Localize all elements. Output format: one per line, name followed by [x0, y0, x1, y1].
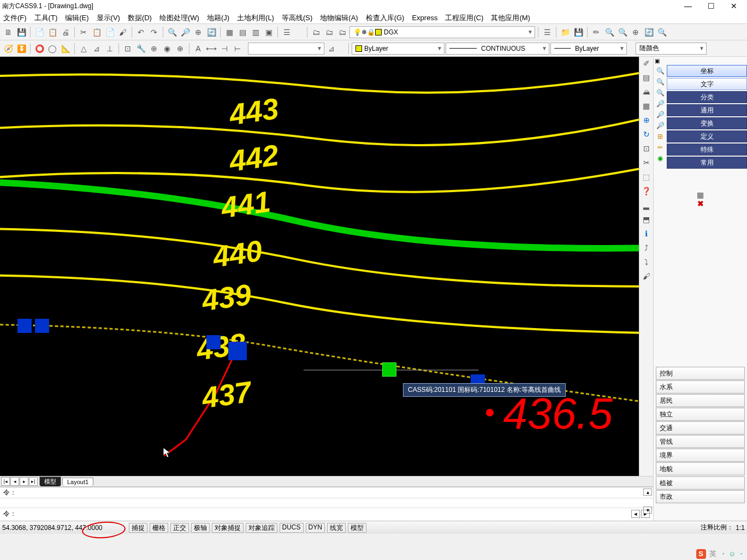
menu-view[interactable]: 显示(V)	[97, 13, 120, 23]
menu-data[interactable]: 数据(D)	[128, 13, 152, 23]
list2-icon[interactable]: ▤	[642, 73, 651, 83]
collapse-icon[interactable]: ▣	[654, 57, 661, 65]
snap-toggle[interactable]: 捕捉	[129, 523, 147, 533]
tool-c-icon[interactable]: 💾	[572, 26, 584, 38]
dyn-toggle[interactable]: DYN	[306, 523, 325, 533]
undo-icon[interactable]: ↶	[135, 26, 147, 38]
plot-color-dropdown[interactable]: 随颜色▼	[636, 43, 707, 55]
zoom-extents-icon[interactable]: 🔄	[205, 26, 217, 38]
dim-l-icon[interactable]: ⊣	[218, 43, 230, 55]
list-boundary[interactable]: 境界	[656, 449, 745, 462]
terrain-icon[interactable]: ⛰	[642, 87, 651, 97]
style-btn-icon[interactable]: ⊿	[325, 43, 337, 55]
save-icon[interactable]: 💾	[15, 26, 27, 38]
circle1-icon[interactable]: ⭕	[33, 43, 45, 55]
otrack-toggle[interactable]: 对象追踪	[246, 523, 277, 533]
perp-icon[interactable]: ⊥	[104, 43, 116, 55]
command-area[interactable]: 令： 令： ◂ ▸ ▴ ▾	[0, 487, 653, 521]
panel-tab-common[interactable]: 通用	[667, 104, 747, 116]
grip-point[interactable]	[35, 319, 49, 333]
rp-edit-icon[interactable]: ✏	[657, 144, 663, 151]
rp-zoom3-icon[interactable]: 🔍	[656, 89, 665, 97]
menu-contour[interactable]: 等高线(S)	[282, 13, 312, 23]
tri1-icon[interactable]: △	[78, 43, 90, 55]
circle2-icon[interactable]: ◯	[46, 43, 58, 55]
menu-terrain-edit[interactable]: 地物编辑(A)	[320, 13, 358, 23]
scroll-down-icon[interactable]: ▾	[643, 507, 652, 514]
list-water[interactable]: 水系	[656, 380, 745, 394]
panel-tab-text[interactable]: 文字	[667, 78, 747, 90]
grip-point[interactable]	[228, 342, 247, 360]
rp-dot-icon[interactable]: ◉	[657, 154, 663, 162]
menu-landuse[interactable]: 土地利用(L)	[237, 13, 274, 23]
tab-first-icon[interactable]: |◂	[1, 477, 10, 486]
rp-zoom1-icon[interactable]: 🔍	[656, 67, 665, 75]
ime-lang[interactable]: 英	[709, 549, 716, 559]
curve2-icon[interactable]: ⤵	[642, 258, 651, 267]
dim2-icon[interactable]: ⏬	[15, 43, 27, 55]
maximize-button[interactable]: ☐	[704, 2, 718, 10]
tool-a-icon[interactable]: ☰	[541, 26, 553, 38]
zoom-window-icon[interactable]: ⊕	[192, 26, 204, 38]
cut-icon[interactable]: ✂	[78, 26, 90, 38]
select-icon[interactable]: ⊡	[642, 144, 651, 154]
osnap-toggle[interactable]: 对象捕捉	[212, 523, 244, 533]
panel-misc1-icon[interactable]: ▦	[697, 190, 704, 199]
close-button[interactable]: ✕	[727, 2, 740, 10]
ime-icons[interactable]: ・ ☺ ・	[720, 549, 745, 559]
menu-edit[interactable]: 编辑(E)	[65, 13, 88, 23]
panel-tab-frequent[interactable]: 常用	[667, 157, 747, 169]
list-independent[interactable]: 独立	[656, 408, 745, 421]
tool-e-icon[interactable]: 🔍	[603, 26, 615, 38]
rect-icon[interactable]: ⬚	[642, 172, 651, 182]
rp-zoom6-icon[interactable]: 🔎	[656, 122, 665, 129]
target-icon[interactable]: ◉	[161, 43, 173, 55]
layer1-icon[interactable]: 🗂	[310, 26, 322, 38]
tool-g-icon[interactable]: ⊕	[630, 26, 642, 38]
rp-zoom4-icon[interactable]: 🔎	[656, 100, 665, 108]
pencil-icon[interactable]: ✐	[642, 59, 651, 69]
menu-tools[interactable]: 工具(T)	[34, 13, 58, 23]
layer-dropdown[interactable]: 💡 ❄ 🔒 DGX ▼	[349, 26, 535, 38]
rotate-icon[interactable]: ↻	[642, 130, 651, 140]
menu-cadastre[interactable]: 地籍(J)	[207, 13, 229, 23]
scroll-up-icon[interactable]: ▴	[643, 488, 652, 496]
tool-d-icon[interactable]: ✏	[590, 26, 602, 38]
brush-icon[interactable]: 🖌	[117, 26, 129, 38]
grid-icon[interactable]: ▦	[642, 102, 651, 111]
panel-tab-coord[interactable]: 坐标	[667, 65, 747, 77]
panel-delete-icon[interactable]: ✖	[697, 199, 704, 208]
print-icon[interactable]: 🖨	[60, 26, 72, 38]
tool-i-icon[interactable]: 🔍	[656, 26, 668, 38]
curve1-icon[interactable]: ⤴	[642, 243, 651, 253]
menu-express[interactable]: Express	[412, 14, 437, 22]
brush2-icon[interactable]: 🖌	[642, 272, 651, 282]
list-municipal[interactable]: 市政	[656, 490, 745, 503]
bar-icon[interactable]: ▂	[642, 201, 651, 211]
tri2-icon[interactable]: ⊿	[91, 43, 103, 55]
copy-icon[interactable]: 📋	[46, 26, 58, 38]
panel-tab-class[interactable]: 分类	[667, 91, 747, 103]
paste-icon[interactable]: 📋	[91, 26, 103, 38]
minimize-button[interactable]: —	[681, 2, 695, 10]
tool-b-icon[interactable]: 📁	[559, 26, 571, 38]
tab-layout1[interactable]: Layout1	[62, 478, 93, 486]
dim-r-icon[interactable]: ⊢	[232, 43, 244, 55]
trim-icon[interactable]: ✂	[642, 158, 651, 168]
grip-hover[interactable]	[382, 362, 396, 377]
panel-tab-transform[interactable]: 变换	[667, 117, 747, 129]
redo-icon[interactable]: ↷	[148, 26, 160, 38]
open-icon[interactable]: 📄	[33, 26, 45, 38]
rp-zoom2-icon[interactable]: 🔍	[656, 78, 665, 86]
tab-prev-icon[interactable]: ◂	[10, 477, 19, 486]
zoom-out-icon[interactable]: 🔎	[179, 26, 191, 38]
layer2-icon[interactable]: 🗂	[323, 26, 335, 38]
tool-h-icon[interactable]: 🔄	[643, 26, 655, 38]
menu-engineering[interactable]: 工程应用(C)	[445, 13, 483, 23]
tool-f-icon[interactable]: 🔍	[616, 26, 629, 38]
grip-point[interactable]	[206, 335, 221, 349]
panel-tab-special[interactable]: 特殊	[667, 144, 747, 156]
grid3-icon[interactable]: ▥	[250, 26, 262, 38]
tab-model[interactable]: 模型	[39, 476, 61, 486]
zoom-in-icon[interactable]: 🔍	[166, 26, 178, 38]
